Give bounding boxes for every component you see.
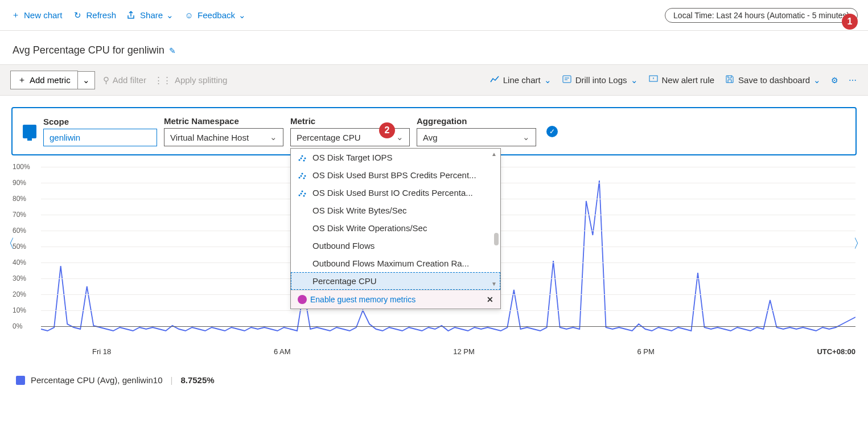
close-icon[interactable]: ✕ bbox=[487, 295, 493, 304]
new-alert-button[interactable]: New alert rule bbox=[648, 74, 715, 86]
chevron-down-icon: ⌄ bbox=[83, 75, 90, 85]
aggregation-value: Avg bbox=[423, 133, 438, 142]
save-dashboard-button[interactable]: Save to dashboard ⌄ bbox=[725, 74, 821, 86]
namespace-select[interactable]: Virtual Machine Host ⌄ bbox=[164, 128, 283, 146]
metric-config-bar: Scope genliwin Metric Namespace Virtual … bbox=[11, 107, 857, 155]
time-range-pill[interactable]: Local Time: Last 24 hours (Automatic - 5… bbox=[665, 8, 858, 23]
feedback-button[interactable]: ☺ Feedback ⌄ bbox=[184, 10, 246, 20]
drill-logs-label: Drill into Logs bbox=[575, 75, 627, 85]
add-metric-label: Add metric bbox=[30, 75, 71, 85]
x-tick: 6 PM bbox=[637, 347, 654, 356]
share-button[interactable]: Share ⌄ bbox=[126, 10, 174, 20]
metric-option-label: OS Disk Write Operations/Sec bbox=[312, 223, 427, 233]
chart-type-button[interactable]: Line chart ⌄ bbox=[489, 74, 552, 86]
aggregation-select[interactable]: Avg ⌄ bbox=[417, 128, 536, 146]
line-chart-icon bbox=[489, 74, 500, 86]
y-tick: 20% bbox=[13, 290, 26, 298]
metric-option-label: Outbound Flows Maximum Creation Ra... bbox=[312, 258, 469, 268]
refresh-button[interactable]: ↻ Refresh bbox=[73, 10, 117, 20]
svg-point-2 bbox=[299, 159, 301, 161]
y-tick: 70% bbox=[13, 211, 26, 219]
chevron-down-icon: ⌄ bbox=[631, 75, 638, 85]
smiley-icon: ☺ bbox=[184, 10, 194, 20]
scroll-down-icon[interactable]: ▼ bbox=[491, 281, 497, 287]
metric-option-label: OS Disk Used Burst IO Credits Percenta..… bbox=[312, 188, 473, 198]
metric-option-label: OS Disk Used Burst BPS Credits Percent..… bbox=[312, 170, 476, 180]
svg-point-15 bbox=[301, 192, 302, 194]
legend-value: 8.7525% bbox=[180, 375, 214, 385]
scrollbar-thumb[interactable] bbox=[494, 233, 499, 245]
metric-option[interactable]: OS Disk Used Burst IO Credits Percenta..… bbox=[291, 184, 500, 202]
metric-option[interactable]: Outbound Flows Maximum Creation Ra... bbox=[291, 255, 500, 272]
metric-option[interactable]: OS Disk Target IOPS bbox=[291, 149, 500, 166]
more-icon[interactable]: ⋯ bbox=[849, 76, 858, 85]
scope-label: Scope bbox=[43, 117, 157, 126]
metric-option[interactable]: OS Disk Write Operations/Sec bbox=[291, 219, 500, 237]
chart-title-row: Avg Percentage CPU for genliwin ✎ bbox=[0, 31, 868, 64]
enable-guest-memory-link[interactable]: Enable guest memory metrics bbox=[298, 295, 416, 304]
aggregation-field: Aggregation Avg ⌄ bbox=[417, 116, 536, 146]
grid-line bbox=[41, 310, 855, 311]
chart-type-label: Line chart bbox=[503, 75, 541, 85]
svg-point-16 bbox=[303, 195, 305, 196]
scatter-icon bbox=[298, 171, 307, 180]
edit-title-icon[interactable]: ✎ bbox=[169, 46, 176, 55]
x-axis: Fri 18 6 AM 12 PM 6 PM UTC+08:00 bbox=[41, 347, 855, 356]
settings-icon[interactable]: ⚙ bbox=[831, 76, 838, 85]
svg-point-7 bbox=[299, 177, 301, 178]
new-alert-label: New alert rule bbox=[662, 75, 715, 85]
y-tick: 40% bbox=[13, 258, 26, 266]
add-metric-split-button[interactable]: ⌄ bbox=[78, 71, 95, 89]
alert-icon bbox=[648, 74, 659, 86]
svg-point-5 bbox=[301, 157, 302, 159]
compass-icon bbox=[298, 295, 307, 304]
aggregation-label: Aggregation bbox=[417, 116, 536, 126]
scope-field: Scope genliwin bbox=[43, 117, 157, 146]
callout-badge-2: 2 bbox=[379, 122, 395, 138]
new-chart-button[interactable]: ＋ New chart bbox=[10, 10, 63, 20]
legend-divider: | bbox=[171, 375, 173, 385]
enable-guest-memory-label: Enable guest memory metrics bbox=[310, 295, 416, 304]
svg-point-6 bbox=[303, 159, 305, 161]
add-metric-button[interactable]: ＋ Add metric bbox=[10, 71, 78, 89]
save-dashboard-label: Save to dashboard bbox=[738, 75, 810, 85]
chart-legend: Percentage CPU (Avg), genliwin10 | 8.752… bbox=[16, 375, 852, 385]
legend-series-label: Percentage CPU (Avg), genliwin10 bbox=[31, 375, 163, 385]
metric-option-label: OS Disk Write Bytes/Sec bbox=[312, 206, 407, 215]
chevron-down-icon: ⌄ bbox=[270, 132, 277, 142]
metric-option[interactable]: Outbound Flows bbox=[291, 237, 500, 255]
x-tick: Fri 18 bbox=[92, 347, 111, 356]
dropdown-footer: Enable guest memory metrics ✕ bbox=[291, 290, 500, 309]
logs-icon bbox=[562, 74, 572, 86]
add-filter-button[interactable]: ⚲ Add filter bbox=[103, 75, 146, 85]
plus-icon: ＋ bbox=[10, 10, 20, 20]
refresh-icon: ↻ bbox=[73, 10, 83, 20]
scope-select[interactable]: genliwin bbox=[43, 129, 157, 146]
namespace-field: Metric Namespace Virtual Machine Host ⌄ bbox=[164, 116, 283, 146]
apply-splitting-button[interactable]: ⋮⋮ Apply splitting bbox=[154, 75, 228, 85]
y-tick: 60% bbox=[13, 227, 26, 235]
metric-option[interactable]: OS Disk Used Burst BPS Credits Percent..… bbox=[291, 166, 500, 184]
metric-option[interactable]: Percentage CPU bbox=[291, 272, 500, 290]
svg-point-12 bbox=[299, 194, 301, 196]
legend-swatch bbox=[16, 376, 25, 385]
metric-option[interactable]: OS Disk Write Bytes/Sec bbox=[291, 202, 500, 219]
svg-point-10 bbox=[301, 175, 302, 177]
metric-dropdown: ▲ ▼ OS Disk Target IOPSOS Disk Used Burs… bbox=[290, 148, 501, 309]
metric-value: Percentage CPU bbox=[297, 133, 361, 142]
y-tick: 0% bbox=[13, 322, 22, 330]
metric-option-label: OS Disk Target IOPS bbox=[312, 153, 393, 162]
share-icon bbox=[126, 10, 137, 20]
refresh-label: Refresh bbox=[87, 10, 117, 20]
chevron-down-icon: ⌄ bbox=[523, 132, 530, 142]
drill-logs-button[interactable]: Drill into Logs ⌄ bbox=[562, 74, 638, 86]
scroll-up-icon[interactable]: ▲ bbox=[491, 151, 497, 157]
apply-splitting-label: Apply splitting bbox=[175, 75, 228, 85]
svg-point-14 bbox=[305, 192, 306, 194]
callout-badge-1: 1 bbox=[842, 14, 858, 30]
chevron-down-icon: ⌄ bbox=[396, 132, 404, 142]
y-axis: 0%10%20%30%40%50%60%70%80%90%100% bbox=[13, 167, 41, 338]
metric-option-label: Outbound Flows bbox=[312, 241, 375, 251]
svg-point-8 bbox=[302, 173, 303, 174]
apply-check-icon[interactable]: ✓ bbox=[546, 126, 558, 137]
